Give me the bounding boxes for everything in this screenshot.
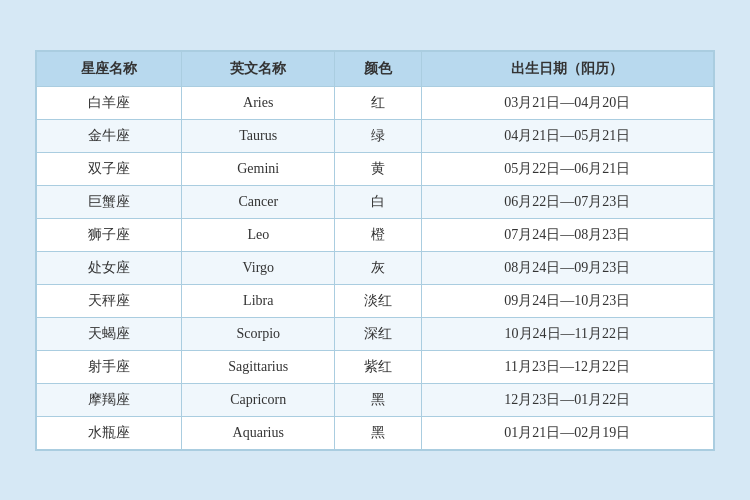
table-cell-10-0: 水瓶座	[37, 416, 182, 449]
table-row: 狮子座Leo橙07月24日—08月23日	[37, 218, 714, 251]
table-cell-0-1: Aries	[182, 86, 335, 119]
table-cell-9-2: 黑	[335, 383, 421, 416]
table-cell-7-0: 天蝎座	[37, 317, 182, 350]
table-cell-6-0: 天秤座	[37, 284, 182, 317]
table-cell-4-0: 狮子座	[37, 218, 182, 251]
table-cell-2-1: Gemini	[182, 152, 335, 185]
table-cell-0-0: 白羊座	[37, 86, 182, 119]
table-cell-7-2: 深红	[335, 317, 421, 350]
table-cell-6-1: Libra	[182, 284, 335, 317]
table-row: 摩羯座Capricorn黑12月23日—01月22日	[37, 383, 714, 416]
table-row: 金牛座Taurus绿04月21日—05月21日	[37, 119, 714, 152]
column-header-3: 出生日期（阳历）	[421, 51, 713, 86]
table-cell-5-3: 08月24日—09月23日	[421, 251, 713, 284]
table-row: 处女座Virgo灰08月24日—09月23日	[37, 251, 714, 284]
table-cell-4-3: 07月24日—08月23日	[421, 218, 713, 251]
table-cell-6-3: 09月24日—10月23日	[421, 284, 713, 317]
column-header-0: 星座名称	[37, 51, 182, 86]
table-cell-7-1: Scorpio	[182, 317, 335, 350]
table-row: 射手座Sagittarius紫红11月23日—12月22日	[37, 350, 714, 383]
table-cell-8-0: 射手座	[37, 350, 182, 383]
table-cell-8-1: Sagittarius	[182, 350, 335, 383]
table-cell-7-3: 10月24日—11月22日	[421, 317, 713, 350]
table-cell-10-2: 黑	[335, 416, 421, 449]
table-row: 天蝎座Scorpio深红10月24日—11月22日	[37, 317, 714, 350]
table-cell-2-0: 双子座	[37, 152, 182, 185]
table-cell-1-1: Taurus	[182, 119, 335, 152]
table-cell-0-2: 红	[335, 86, 421, 119]
table-cell-3-1: Cancer	[182, 185, 335, 218]
table-row: 天秤座Libra淡红09月24日—10月23日	[37, 284, 714, 317]
table-cell-9-0: 摩羯座	[37, 383, 182, 416]
table-cell-3-3: 06月22日—07月23日	[421, 185, 713, 218]
table-cell-1-2: 绿	[335, 119, 421, 152]
table-cell-10-3: 01月21日—02月19日	[421, 416, 713, 449]
table-cell-8-2: 紫红	[335, 350, 421, 383]
table-row: 双子座Gemini黄05月22日—06月21日	[37, 152, 714, 185]
table-cell-5-1: Virgo	[182, 251, 335, 284]
table-cell-0-3: 03月21日—04月20日	[421, 86, 713, 119]
table-cell-8-3: 11月23日—12月22日	[421, 350, 713, 383]
table-cell-9-1: Capricorn	[182, 383, 335, 416]
column-header-1: 英文名称	[182, 51, 335, 86]
table-cell-1-3: 04月21日—05月21日	[421, 119, 713, 152]
table-body: 白羊座Aries红03月21日—04月20日金牛座Taurus绿04月21日—0…	[37, 86, 714, 449]
table-cell-1-0: 金牛座	[37, 119, 182, 152]
table-cell-3-0: 巨蟹座	[37, 185, 182, 218]
table-cell-4-1: Leo	[182, 218, 335, 251]
zodiac-table: 星座名称英文名称颜色出生日期（阳历） 白羊座Aries红03月21日—04月20…	[36, 51, 714, 450]
table-cell-10-1: Aquarius	[182, 416, 335, 449]
table-cell-3-2: 白	[335, 185, 421, 218]
table-cell-6-2: 淡红	[335, 284, 421, 317]
table-cell-5-0: 处女座	[37, 251, 182, 284]
table-cell-4-2: 橙	[335, 218, 421, 251]
table-cell-2-3: 05月22日—06月21日	[421, 152, 713, 185]
table-cell-9-3: 12月23日—01月22日	[421, 383, 713, 416]
table-row: 白羊座Aries红03月21日—04月20日	[37, 86, 714, 119]
table-row: 水瓶座Aquarius黑01月21日—02月19日	[37, 416, 714, 449]
table-cell-2-2: 黄	[335, 152, 421, 185]
table-cell-5-2: 灰	[335, 251, 421, 284]
column-header-2: 颜色	[335, 51, 421, 86]
table-row: 巨蟹座Cancer白06月22日—07月23日	[37, 185, 714, 218]
table-header-row: 星座名称英文名称颜色出生日期（阳历）	[37, 51, 714, 86]
zodiac-table-wrapper: 星座名称英文名称颜色出生日期（阳历） 白羊座Aries红03月21日—04月20…	[35, 50, 715, 451]
